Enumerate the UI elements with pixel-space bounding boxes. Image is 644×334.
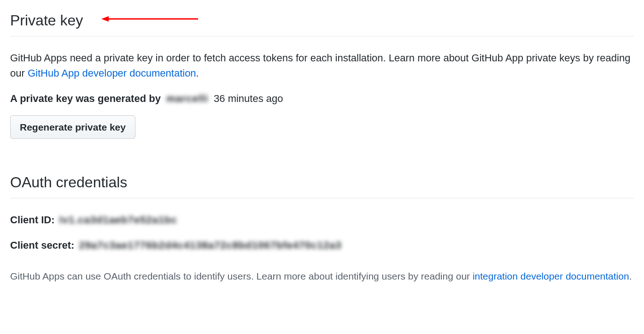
- client-id-value-blurred: Iv1.ca3d1aeb7e52a1bc: [59, 212, 177, 227]
- private-key-heading: Private key: [10, 9, 83, 31]
- oauth-description-after: .: [629, 271, 632, 281]
- generated-user-blurred: marcelli: [166, 91, 208, 106]
- client-id-row: Client ID: Iv1.ca3d1aeb7e52a1bc: [10, 212, 634, 227]
- oauth-heading-row: OAuth credentials: [10, 171, 634, 198]
- generated-prefix: A private key was generated by: [10, 91, 161, 106]
- oauth-heading: OAuth credentials: [10, 171, 127, 193]
- oauth-credentials-section: OAuth credentials Client ID: Iv1.ca3d1ae…: [10, 171, 634, 284]
- regenerate-private-key-button[interactable]: Regenerate private key: [10, 115, 135, 139]
- private-key-generated-line: A private key was generated by marcelli …: [10, 91, 634, 106]
- oauth-description-text: GitHub Apps can use OAuth credentials to…: [10, 271, 473, 281]
- private-key-description: GitHub Apps need a private key in order …: [10, 50, 634, 81]
- arrow-left-icon: [101, 15, 198, 26]
- svg-marker-1: [101, 16, 109, 22]
- private-key-heading-row: Private key: [10, 9, 634, 36]
- generated-time: 36 minutes ago: [214, 91, 283, 106]
- github-app-docs-link[interactable]: GitHub App developer documentation: [28, 67, 196, 79]
- oauth-description: GitHub Apps can use OAuth credentials to…: [10, 269, 634, 284]
- private-key-section: Private key GitHub Apps need a private k…: [10, 9, 634, 139]
- client-secret-row: Client secret: 29a7c3ae1776b2d4c4138a72c…: [10, 238, 634, 253]
- client-secret-label: Client secret:: [10, 238, 74, 253]
- client-id-label: Client ID:: [10, 212, 55, 227]
- client-secret-value-blurred: 29a7c3ae1776b2d4c4138a72c8bd1067bfe470c1…: [79, 238, 341, 253]
- integration-docs-link[interactable]: integration developer documentation: [473, 271, 629, 281]
- private-key-description-after: .: [196, 67, 199, 79]
